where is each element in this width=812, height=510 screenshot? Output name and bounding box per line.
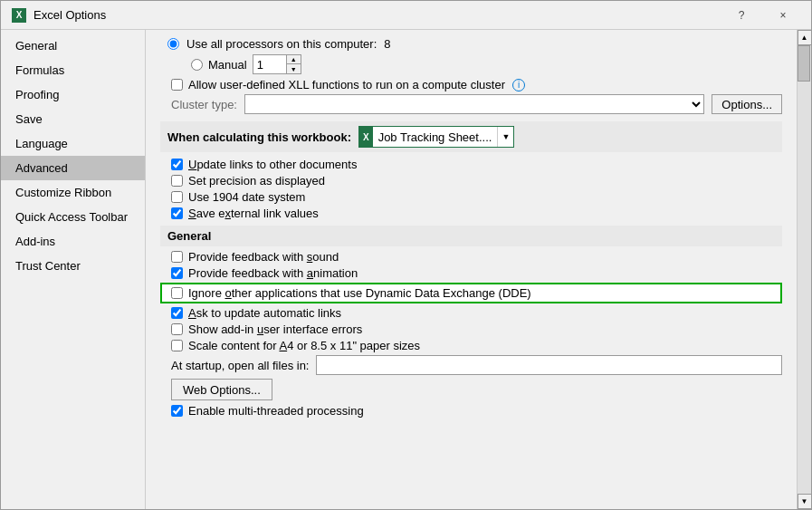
update-links-row: Update links to other documents — [160, 158, 782, 171]
workbook-calculating-label: When calculating this workbook: — [167, 130, 351, 144]
feedback-animation-row: Provide feedback with animation — [160, 266, 782, 280]
workbook-dropdown-arrow[interactable]: ▼ — [497, 127, 513, 147]
scroll-thumb[interactable] — [798, 45, 810, 82]
save-external-checkbox[interactable] — [171, 207, 183, 219]
sidebar-item-formulas[interactable]: Formulas — [1, 58, 145, 82]
sidebar-item-quick-access[interactable]: Quick Access Toolbar — [1, 205, 145, 229]
scroll-up-button[interactable]: ▲ — [798, 30, 812, 45]
feedback-sound-row: Provide feedback with sound — [160, 250, 782, 264]
manual-processors-row: Manual ▲ ▼ — [160, 54, 782, 74]
ask-update-row: Ask to update automatic links — [160, 306, 782, 320]
feedback-sound-label: Provide feedback with sound — [188, 250, 339, 264]
scroll-down-button[interactable]: ▼ — [798, 494, 812, 509]
sidebar-item-general[interactable]: General — [1, 34, 145, 58]
sidebar-item-add-ins[interactable]: Add-ins — [1, 229, 145, 254]
multithreaded-checkbox[interactable] — [171, 405, 183, 417]
excel-options-dialog: X Excel Options ? × General Formulas Pro… — [0, 0, 812, 510]
cluster-options-button[interactable]: Options... — [712, 94, 782, 114]
use-all-processors-label: Use all processors on this computer: — [186, 37, 377, 51]
ask-update-checkbox[interactable] — [171, 307, 183, 319]
update-links-checkbox[interactable] — [171, 159, 183, 170]
show-addin-errors-row: Show add-in user interface errors — [160, 322, 782, 336]
dialog-content: General Formulas Proofing Save Language … — [1, 30, 811, 509]
save-external-row: Save external link values — [160, 207, 782, 220]
spinner-buttons: ▲ ▼ — [286, 55, 301, 73]
ask-update-label: Ask to update automatic links — [188, 306, 341, 320]
title-bar-buttons: ? × — [721, 1, 804, 30]
use-1904-label: Use 1904 date system — [188, 190, 305, 204]
use-1904-row: Use 1904 date system — [160, 190, 782, 204]
startup-row: At startup, open all files in: — [160, 355, 782, 375]
cluster-type-label: Cluster type: — [171, 98, 237, 111]
sidebar-item-trust-center[interactable]: Trust Center — [1, 254, 145, 278]
save-external-label: Save external link values — [188, 207, 319, 220]
multithreaded-label: Enable multi-threaded processing — [188, 404, 364, 418]
scale-content-checkbox[interactable] — [171, 340, 183, 351]
sidebar-item-advanced[interactable]: Advanced — [1, 156, 145, 180]
allow-xll-checkbox[interactable] — [171, 79, 183, 91]
options-area: Use all processors on this computer: 8 M… — [146, 30, 797, 509]
show-addin-errors-checkbox[interactable] — [171, 323, 183, 335]
set-precision-row: Set precision as displayed — [160, 174, 782, 188]
manual-spinner: ▲ ▼ — [253, 54, 301, 74]
multithreaded-row: Enable multi-threaded processing — [160, 404, 782, 418]
startup-label: At startup, open all files in: — [171, 359, 309, 372]
main-content: Use all processors on this computer: 8 M… — [146, 30, 811, 509]
startup-input[interactable] — [316, 355, 782, 375]
allow-xll-label: Allow user-defined XLL functions to run … — [188, 78, 505, 91]
workbook-row: When calculating this workbook: X Job Tr… — [160, 121, 782, 152]
set-precision-checkbox[interactable] — [171, 175, 183, 187]
cluster-type-dropdown[interactable] — [244, 94, 704, 114]
sidebar-item-proofing[interactable]: Proofing — [1, 82, 145, 107]
workbook-name: Job Tracking Sheet.... — [373, 130, 498, 144]
web-options-button[interactable]: Web Options... — [171, 379, 272, 400]
excel-icon: X — [12, 8, 26, 23]
spin-down-button[interactable]: ▼ — [286, 64, 301, 73]
workbook-excel-badge: X — [359, 127, 373, 147]
spin-up-button[interactable]: ▲ — [286, 55, 301, 64]
allow-xll-row: Allow user-defined XLL functions to run … — [160, 78, 782, 91]
manual-value-input[interactable] — [253, 55, 286, 73]
scale-content-row: Scale content for A4 or 8.5 x 11" paper … — [160, 339, 782, 352]
close-button[interactable]: × — [762, 1, 804, 30]
scale-content-label: Scale content for A4 or 8.5 x 11" paper … — [188, 339, 420, 352]
sidebar: General Formulas Proofing Save Language … — [1, 30, 146, 509]
ignore-dde-label: Ignore other applications that use Dynam… — [188, 286, 531, 300]
dialog-title: Excel Options — [33, 8, 106, 22]
ignore-dde-checkbox[interactable] — [171, 287, 183, 299]
manual-label: Manual — [208, 58, 247, 72]
processor-count: 8 — [384, 37, 390, 51]
feedback-animation-label: Provide feedback with animation — [188, 266, 358, 280]
feedback-animation-checkbox[interactable] — [171, 267, 183, 279]
feedback-sound-checkbox[interactable] — [171, 251, 183, 263]
title-bar: X Excel Options ? × — [1, 1, 811, 30]
sidebar-item-language[interactable]: Language — [1, 131, 145, 156]
sidebar-item-customize-ribbon[interactable]: Customize Ribbon — [1, 180, 145, 205]
general-section-header: General — [160, 226, 782, 246]
scroll-track[interactable] — [798, 45, 811, 494]
info-icon: i — [512, 79, 525, 91]
manual-processors-radio[interactable] — [191, 59, 203, 71]
cluster-type-row: Cluster type: Options... — [160, 94, 782, 114]
help-button[interactable]: ? — [721, 1, 762, 30]
show-addin-errors-label: Show add-in user interface errors — [188, 322, 362, 336]
update-links-label: Update links to other documents — [188, 158, 357, 171]
use-1904-checkbox[interactable] — [171, 191, 183, 203]
processors-row: Use all processors on this computer: 8 — [160, 37, 782, 51]
ignore-dde-row: Ignore other applications that use Dynam… — [160, 283, 782, 303]
workbook-dropdown[interactable]: X Job Tracking Sheet.... ▼ — [358, 126, 514, 148]
use-all-processors-radio[interactable] — [167, 38, 179, 50]
vertical-scrollbar: ▲ ▼ — [797, 30, 811, 509]
sidebar-item-save[interactable]: Save — [1, 107, 145, 131]
title-bar-left: X Excel Options — [12, 8, 106, 23]
set-precision-label: Set precision as displayed — [188, 174, 325, 188]
